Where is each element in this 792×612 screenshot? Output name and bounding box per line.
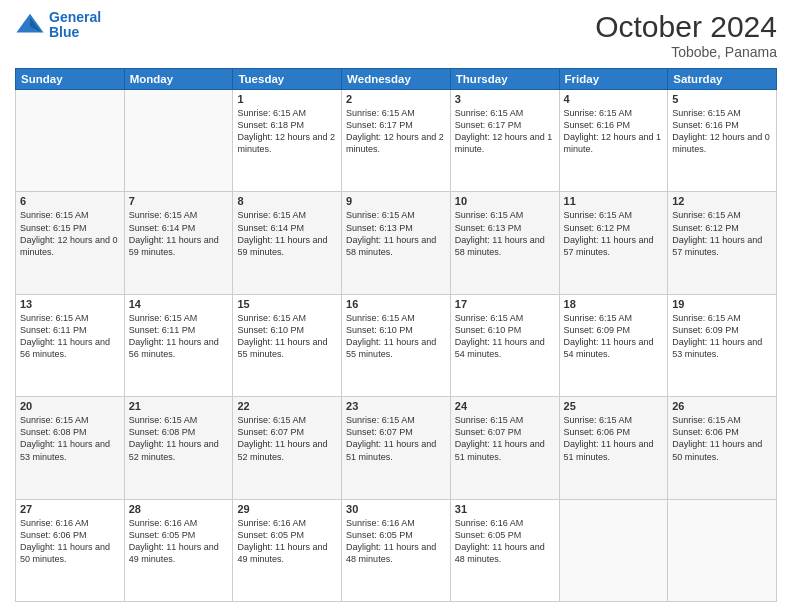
cell-info: Sunrise: 6:15 AMSunset: 6:06 PMDaylight:… xyxy=(672,414,772,463)
logo-text: General Blue xyxy=(49,10,101,41)
day-number: 4 xyxy=(564,93,664,105)
day-number: 17 xyxy=(455,298,555,310)
cell-info: Sunrise: 6:15 AMSunset: 6:18 PMDaylight:… xyxy=(237,107,337,156)
logo-line1: General xyxy=(49,9,101,25)
calendar-cell: 2Sunrise: 6:15 AMSunset: 6:17 PMDaylight… xyxy=(342,90,451,192)
cell-info: Sunrise: 6:15 AMSunset: 6:07 PMDaylight:… xyxy=(455,414,555,463)
cell-info: Sunrise: 6:15 AMSunset: 6:17 PMDaylight:… xyxy=(455,107,555,156)
day-header-thursday: Thursday xyxy=(450,69,559,90)
cell-info: Sunrise: 6:16 AMSunset: 6:05 PMDaylight:… xyxy=(237,517,337,566)
day-number: 8 xyxy=(237,195,337,207)
day-header-tuesday: Tuesday xyxy=(233,69,342,90)
day-header-sunday: Sunday xyxy=(16,69,125,90)
cell-info: Sunrise: 6:15 AMSunset: 6:08 PMDaylight:… xyxy=(20,414,120,463)
calendar-cell: 11Sunrise: 6:15 AMSunset: 6:12 PMDayligh… xyxy=(559,192,668,294)
cell-info: Sunrise: 6:15 AMSunset: 6:13 PMDaylight:… xyxy=(346,209,446,258)
calendar-cell: 20Sunrise: 6:15 AMSunset: 6:08 PMDayligh… xyxy=(16,397,125,499)
cell-info: Sunrise: 6:15 AMSunset: 6:12 PMDaylight:… xyxy=(564,209,664,258)
cell-info: Sunrise: 6:15 AMSunset: 6:07 PMDaylight:… xyxy=(346,414,446,463)
day-number: 23 xyxy=(346,400,446,412)
calendar-cell: 16Sunrise: 6:15 AMSunset: 6:10 PMDayligh… xyxy=(342,294,451,396)
cell-info: Sunrise: 6:16 AMSunset: 6:05 PMDaylight:… xyxy=(346,517,446,566)
page: General Blue October 2024 Tobobe, Panama… xyxy=(0,0,792,612)
calendar-cell: 5Sunrise: 6:15 AMSunset: 6:16 PMDaylight… xyxy=(668,90,777,192)
calendar-cell xyxy=(559,499,668,601)
cell-info: Sunrise: 6:15 AMSunset: 6:09 PMDaylight:… xyxy=(564,312,664,361)
cell-info: Sunrise: 6:15 AMSunset: 6:06 PMDaylight:… xyxy=(564,414,664,463)
day-number: 26 xyxy=(672,400,772,412)
cell-info: Sunrise: 6:16 AMSunset: 6:05 PMDaylight:… xyxy=(455,517,555,566)
day-number: 18 xyxy=(564,298,664,310)
calendar-cell: 24Sunrise: 6:15 AMSunset: 6:07 PMDayligh… xyxy=(450,397,559,499)
day-number: 22 xyxy=(237,400,337,412)
calendar-cell: 19Sunrise: 6:15 AMSunset: 6:09 PMDayligh… xyxy=(668,294,777,396)
cell-info: Sunrise: 6:15 AMSunset: 6:17 PMDaylight:… xyxy=(346,107,446,156)
calendar-cell: 10Sunrise: 6:15 AMSunset: 6:13 PMDayligh… xyxy=(450,192,559,294)
cell-info: Sunrise: 6:15 AMSunset: 6:16 PMDaylight:… xyxy=(564,107,664,156)
cell-info: Sunrise: 6:15 AMSunset: 6:10 PMDaylight:… xyxy=(237,312,337,361)
day-number: 27 xyxy=(20,503,120,515)
calendar-cell: 27Sunrise: 6:16 AMSunset: 6:06 PMDayligh… xyxy=(16,499,125,601)
calendar-cell: 29Sunrise: 6:16 AMSunset: 6:05 PMDayligh… xyxy=(233,499,342,601)
title-block: October 2024 Tobobe, Panama xyxy=(595,10,777,60)
calendar-week-row: 27Sunrise: 6:16 AMSunset: 6:06 PMDayligh… xyxy=(16,499,777,601)
calendar-cell: 9Sunrise: 6:15 AMSunset: 6:13 PMDaylight… xyxy=(342,192,451,294)
calendar-cell: 23Sunrise: 6:15 AMSunset: 6:07 PMDayligh… xyxy=(342,397,451,499)
day-number: 24 xyxy=(455,400,555,412)
day-number: 20 xyxy=(20,400,120,412)
calendar-cell xyxy=(668,499,777,601)
calendar-cell: 28Sunrise: 6:16 AMSunset: 6:05 PMDayligh… xyxy=(124,499,233,601)
cell-info: Sunrise: 6:15 AMSunset: 6:16 PMDaylight:… xyxy=(672,107,772,156)
calendar-cell: 22Sunrise: 6:15 AMSunset: 6:07 PMDayligh… xyxy=(233,397,342,499)
calendar-week-row: 1Sunrise: 6:15 AMSunset: 6:18 PMDaylight… xyxy=(16,90,777,192)
calendar-cell: 12Sunrise: 6:15 AMSunset: 6:12 PMDayligh… xyxy=(668,192,777,294)
day-number: 14 xyxy=(129,298,229,310)
calendar-cell: 21Sunrise: 6:15 AMSunset: 6:08 PMDayligh… xyxy=(124,397,233,499)
calendar-cell: 15Sunrise: 6:15 AMSunset: 6:10 PMDayligh… xyxy=(233,294,342,396)
day-number: 13 xyxy=(20,298,120,310)
calendar-cell: 8Sunrise: 6:15 AMSunset: 6:14 PMDaylight… xyxy=(233,192,342,294)
day-number: 15 xyxy=(237,298,337,310)
cell-info: Sunrise: 6:15 AMSunset: 6:10 PMDaylight:… xyxy=(346,312,446,361)
day-number: 9 xyxy=(346,195,446,207)
cell-info: Sunrise: 6:16 AMSunset: 6:06 PMDaylight:… xyxy=(20,517,120,566)
day-number: 16 xyxy=(346,298,446,310)
cell-info: Sunrise: 6:15 AMSunset: 6:11 PMDaylight:… xyxy=(129,312,229,361)
cell-info: Sunrise: 6:15 AMSunset: 6:11 PMDaylight:… xyxy=(20,312,120,361)
day-number: 5 xyxy=(672,93,772,105)
cell-info: Sunrise: 6:15 AMSunset: 6:09 PMDaylight:… xyxy=(672,312,772,361)
calendar-cell: 13Sunrise: 6:15 AMSunset: 6:11 PMDayligh… xyxy=(16,294,125,396)
calendar-cell: 4Sunrise: 6:15 AMSunset: 6:16 PMDaylight… xyxy=(559,90,668,192)
cell-info: Sunrise: 6:15 AMSunset: 6:14 PMDaylight:… xyxy=(237,209,337,258)
location-subtitle: Tobobe, Panama xyxy=(595,44,777,60)
cell-info: Sunrise: 6:15 AMSunset: 6:08 PMDaylight:… xyxy=(129,414,229,463)
day-number: 25 xyxy=(564,400,664,412)
day-header-wednesday: Wednesday xyxy=(342,69,451,90)
cell-info: Sunrise: 6:15 AMSunset: 6:07 PMDaylight:… xyxy=(237,414,337,463)
calendar-cell: 26Sunrise: 6:15 AMSunset: 6:06 PMDayligh… xyxy=(668,397,777,499)
day-number: 28 xyxy=(129,503,229,515)
day-number: 12 xyxy=(672,195,772,207)
calendar-cell: 18Sunrise: 6:15 AMSunset: 6:09 PMDayligh… xyxy=(559,294,668,396)
cell-info: Sunrise: 6:15 AMSunset: 6:13 PMDaylight:… xyxy=(455,209,555,258)
day-number: 21 xyxy=(129,400,229,412)
cell-info: Sunrise: 6:15 AMSunset: 6:15 PMDaylight:… xyxy=(20,209,120,258)
calendar-header-row: SundayMondayTuesdayWednesdayThursdayFrid… xyxy=(16,69,777,90)
day-header-monday: Monday xyxy=(124,69,233,90)
day-number: 11 xyxy=(564,195,664,207)
calendar-cell: 6Sunrise: 6:15 AMSunset: 6:15 PMDaylight… xyxy=(16,192,125,294)
day-number: 2 xyxy=(346,93,446,105)
day-number: 6 xyxy=(20,195,120,207)
day-number: 10 xyxy=(455,195,555,207)
day-header-friday: Friday xyxy=(559,69,668,90)
calendar-cell: 14Sunrise: 6:15 AMSunset: 6:11 PMDayligh… xyxy=(124,294,233,396)
day-number: 29 xyxy=(237,503,337,515)
day-number: 3 xyxy=(455,93,555,105)
day-number: 31 xyxy=(455,503,555,515)
day-number: 30 xyxy=(346,503,446,515)
day-number: 1 xyxy=(237,93,337,105)
calendar-cell: 7Sunrise: 6:15 AMSunset: 6:14 PMDaylight… xyxy=(124,192,233,294)
day-header-saturday: Saturday xyxy=(668,69,777,90)
day-number: 19 xyxy=(672,298,772,310)
day-number: 7 xyxy=(129,195,229,207)
